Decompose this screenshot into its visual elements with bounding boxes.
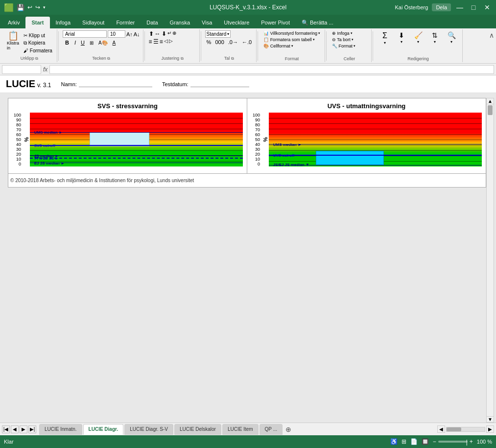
scroll-thumb[interactable] <box>488 105 493 115</box>
tab-infoga[interactable]: Infoga <box>50 17 77 28</box>
italic-button[interactable]: I <box>72 39 78 46</box>
tab-last-button[interactable]: ▶| <box>28 425 36 433</box>
view-page-layout-button[interactable]: 📄 <box>410 438 418 445</box>
quick-access-customize[interactable]: ▾ <box>43 5 46 10</box>
close-button[interactable]: ✕ <box>482 2 492 12</box>
conditional-formatting-button[interactable]: 📊 Villkorsstyrd formatering ▾ <box>262 30 322 36</box>
sheet-scroll-thumb[interactable] <box>447 427 461 431</box>
tab-arkiv[interactable]: Arkiv <box>2 17 25 28</box>
zoom-increase-button[interactable]: + <box>470 438 473 445</box>
insert-button[interactable]: ⊕ Infoga ▾ <box>331 30 354 36</box>
align-middle-button[interactable]: ↔ <box>155 30 161 37</box>
view-normal-button[interactable]: ⊞ <box>402 438 406 445</box>
maximize-button[interactable]: □ <box>469 2 478 12</box>
tab-start[interactable]: Start <box>25 17 49 28</box>
quick-access-save[interactable]: 💾 <box>17 4 24 11</box>
tecken-label: Tecken ⧉ <box>63 55 140 61</box>
tab-powerpivot[interactable]: Power Pivot <box>255 17 296 28</box>
font-size-selector[interactable]: 10 <box>108 30 125 38</box>
svs-line-20 <box>30 156 243 156</box>
sum-button[interactable]: Σ ▾ <box>377 30 393 46</box>
delete-button[interactable]: ⊖ Ta bort ▾ <box>331 37 355 43</box>
fill-color-button[interactable]: A🎨 <box>96 40 110 46</box>
font-decrease-icon[interactable]: A↓ <box>134 31 140 37</box>
paste-button[interactable]: 📋 Klistrain <box>5 30 21 51</box>
decimal-dec-button[interactable]: ←.0 <box>240 39 253 46</box>
sheet-tab-qp[interactable]: QP ... <box>260 424 283 435</box>
lucie-version: v. 3.1 <box>37 82 51 89</box>
scroll-up-button[interactable]: ▲ <box>487 98 494 104</box>
font-color-button[interactable]: A <box>111 40 118 46</box>
tab-data[interactable]: Data <box>141 17 164 28</box>
scroll-down-button[interactable]: ▼ <box>487 416 494 422</box>
tab-prev-button[interactable]: ◀ <box>11 425 19 433</box>
tab-sidlayout[interactable]: Sidlayout <box>76 17 110 28</box>
quick-access-redo[interactable]: ↪ <box>35 4 40 11</box>
decimal-inc-button[interactable]: .0→ <box>227 39 239 46</box>
clear-button[interactable]: 🧹 ▾ <box>410 30 426 45</box>
indent-increase-button[interactable]: ▷ <box>169 38 173 45</box>
accessibility-icon[interactable]: ♿ <box>390 438 398 445</box>
name-box[interactable] <box>2 65 41 74</box>
sheet-scroll-right[interactable]: ▶ <box>486 425 494 433</box>
number-format-arrow[interactable]: ▾ <box>227 32 229 36</box>
zoom-decrease-button[interactable]: − <box>433 438 436 445</box>
indent-decrease-button[interactable]: ◁ <box>164 38 168 45</box>
testdatum-field: Testdatum: <box>162 81 249 87</box>
font-selector[interactable]: Arial <box>63 30 107 38</box>
tab-next-button[interactable]: ▶ <box>20 425 27 433</box>
tab-beratta[interactable]: 🔍 Berätta ... <box>296 17 339 28</box>
tab-formler[interactable]: Formler <box>110 17 141 28</box>
merge-button[interactable]: ⊕ <box>172 30 176 37</box>
tab-visa[interactable]: Visa <box>196 17 218 28</box>
underline-button[interactable]: U <box>79 39 87 46</box>
quick-access-undo[interactable]: ↩ <box>27 4 32 11</box>
sheet-scroll-left[interactable]: ◀ <box>437 425 445 433</box>
status-right: ♿ ⊞ 📄 🔲 − | + 100 % <box>390 438 492 445</box>
align-right-button[interactable]: ≡ <box>160 38 163 45</box>
cell-styles-button[interactable]: 🎨 Cellformat ▾ <box>262 43 295 49</box>
sheet-tab-lucie-delskalor[interactable]: LUCIE Delskalor <box>174 424 221 435</box>
wrap-text-button[interactable]: ↵ <box>167 30 171 37</box>
tal-label: Tal ⧉ <box>205 55 254 61</box>
border-button[interactable]: ⊞ <box>88 40 95 46</box>
align-top-button[interactable]: ⬆ <box>149 30 154 37</box>
fill-button[interactable]: ⬇ ▾ <box>394 30 409 45</box>
align-left-button[interactable]: ≡ <box>149 38 152 45</box>
scrollbar-vertical[interactable]: ▲ ▼ <box>486 98 494 423</box>
zoom-slider[interactable]: − | + <box>433 438 473 445</box>
copy-button[interactable]: ⧉ Kopiera <box>22 40 54 47</box>
formula-input[interactable] <box>49 65 494 74</box>
bold-button[interactable]: B <box>63 39 71 47</box>
view-page-break-button[interactable]: 🔲 <box>422 438 429 445</box>
tab-utvecklare[interactable]: Utvecklare <box>218 17 255 28</box>
sheet-scroll-track[interactable] <box>446 427 485 432</box>
percent-button[interactable]: % <box>205 39 213 46</box>
sheet-tab-lucie-inmatn[interactable]: LUCIE Inmatn. <box>39 424 82 435</box>
paste-label: Klistrain <box>7 41 19 50</box>
thousands-button[interactable]: 000 <box>213 39 225 46</box>
namn-input[interactable] <box>79 81 152 87</box>
tab-first-button[interactable]: |◀ <box>2 425 10 433</box>
sheet-header: LUCIE v. 3.1 Namn: Testdatum: <box>0 75 496 93</box>
testdatum-input[interactable] <box>190 81 249 87</box>
number-format-box[interactable]: Standard <box>207 31 227 37</box>
minimize-button[interactable]: — <box>455 2 465 12</box>
ribbon-collapse-button[interactable]: ∧ <box>489 31 494 39</box>
format-as-table-button[interactable]: 📋 Formatera som tabell ▾ <box>262 37 316 43</box>
sheet-tab-lucie-item[interactable]: LUCIE Item <box>222 424 259 435</box>
add-sheet-button[interactable]: ⊕ <box>285 425 291 433</box>
zoom-track[interactable]: | <box>438 441 468 443</box>
align-center-button[interactable]: ☰ <box>153 38 159 45</box>
find-button[interactable]: 🔍 ▾ <box>444 30 459 45</box>
share-button[interactable]: Dela <box>432 3 451 11</box>
font-increase-icon[interactable]: A↑ <box>126 31 133 37</box>
align-bottom-button[interactable]: ⬇ <box>162 30 166 37</box>
sheet-tab-lucie-diagr[interactable]: LUCIE Diagr. <box>83 424 124 435</box>
cut-button[interactable]: ✂ Klipp ut <box>22 32 54 39</box>
format-paint-button[interactable]: 🖌 Formatera <box>22 47 54 54</box>
sheet-tab-lucie-diagr-sv[interactable]: LUCIE Diagr. S-V <box>124 424 173 435</box>
format-button[interactable]: 🔧 Format ▾ <box>331 43 357 49</box>
tab-granska[interactable]: Granska <box>164 17 196 28</box>
sort-button[interactable]: ⇅ ▾ <box>427 30 443 45</box>
